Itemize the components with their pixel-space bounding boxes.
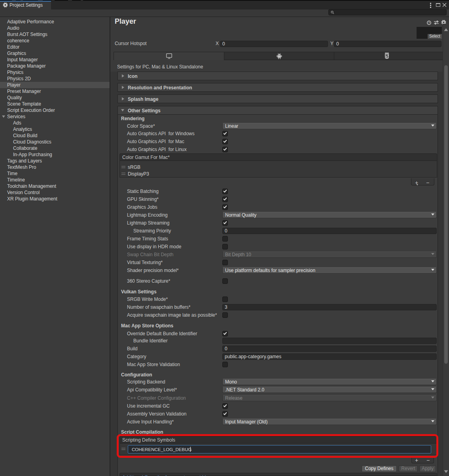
svg-text:?: ? — [428, 21, 430, 25]
